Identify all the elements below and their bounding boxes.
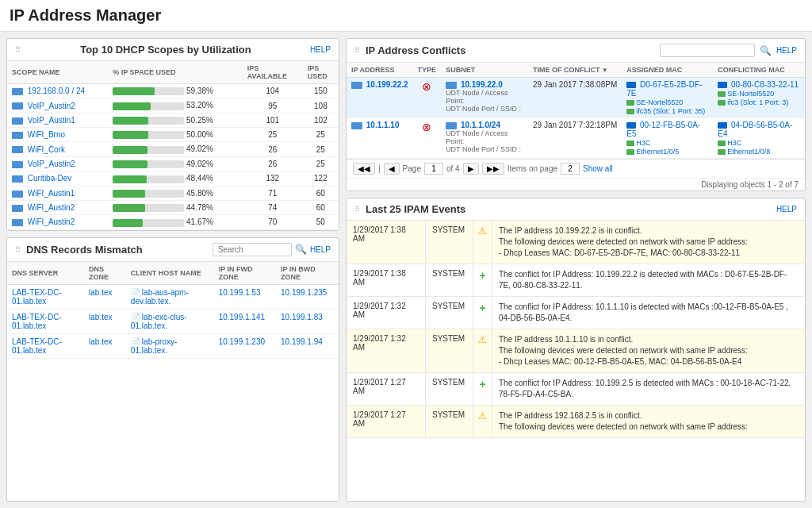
warn-icon: ⚠ bbox=[478, 334, 487, 345]
table-row: VoIP_Austin2 53.20% 95 108 bbox=[7, 98, 339, 113]
table-row: WiFI_Brno 50.00% 25 25 bbox=[7, 128, 339, 142]
conflict-device-2[interactable]: ifc3 (Slot: 1 Port: 3) bbox=[727, 98, 788, 106]
scope-name-link[interactable]: WiFI_Brno bbox=[28, 130, 65, 139]
event-time: 1/29/2017 1:32 AM bbox=[347, 297, 426, 329]
event-icon-col: ⚠ bbox=[473, 406, 492, 437]
dns-panel: ⠿ DNS Records Mismatch 🔍 HELP DNS SERVER… bbox=[6, 237, 339, 502]
dns-bwd-cell: 10.199.1.94 bbox=[276, 333, 339, 358]
conflict-search-icon[interactable]: 🔍 bbox=[760, 45, 772, 56]
assigned-device-2[interactable]: ifc35 (Slot: 1 Port: 35) bbox=[636, 107, 705, 115]
page-input[interactable] bbox=[424, 163, 443, 175]
warn-icon: ⚠ bbox=[478, 410, 487, 421]
next-page-btn[interactable]: ▶ bbox=[463, 163, 479, 175]
event-icon-col: + bbox=[473, 264, 492, 296]
scope-name-cell: WiFI_Brno bbox=[7, 128, 108, 142]
table-row: WiFI_Austin1 45.80% 71 60 bbox=[7, 186, 339, 200]
table-row: WiFI_Austin2 41.67% 70 50 bbox=[7, 215, 339, 229]
list-item: 1/29/2017 1:32 AM SYSTEM + The conflict … bbox=[347, 297, 805, 329]
conflict-device-2[interactable]: Ethernet1/0/8 bbox=[727, 148, 770, 156]
scope-avail-cell: 74 bbox=[243, 200, 303, 214]
last-page-btn[interactable]: ▶▶ bbox=[482, 163, 504, 175]
subnet-link[interactable]: 10.1.1.0/24 bbox=[461, 121, 500, 129]
scope-pct-cell: 41.67% bbox=[108, 215, 243, 229]
scope-name-cell: WiFI_Austin2 bbox=[7, 215, 108, 229]
dhcp-col-avail: IPSAVAILABLE bbox=[243, 61, 303, 84]
page-label: Page bbox=[403, 164, 421, 173]
assigned-device-1[interactable]: H3C bbox=[636, 139, 650, 147]
dns-col-fwd: IP IN FWD ZONE bbox=[214, 262, 276, 285]
conflict-time-cell: 29 Jan 2017 7:32:18PM bbox=[528, 118, 622, 159]
dns-table: DNS SERVER DNS ZONE CLIENT HOST NAME IP … bbox=[7, 262, 339, 359]
conflict-device-1[interactable]: H3C bbox=[727, 139, 741, 147]
table-row: Curitiba-Dev 48.44% 132 122 bbox=[7, 171, 339, 186]
plus-icon: + bbox=[479, 378, 485, 391]
events-panel-header: ⠿ Last 25 IPAM Events HELP bbox=[347, 198, 805, 221]
scope-name-link[interactable]: 192.168.0.0 / 24 bbox=[28, 87, 85, 95]
event-time: 1/29/2017 1:32 AM bbox=[347, 329, 426, 372]
conflict-device-1[interactable]: SE-Nortel5520 bbox=[727, 90, 774, 98]
show-all-link[interactable]: Show all bbox=[583, 164, 613, 173]
scope-pct-cell: 44.78% bbox=[108, 200, 243, 214]
plus-icon: + bbox=[479, 269, 485, 282]
conflict-col-assigned-mac: ASSIGNED MAC bbox=[622, 63, 713, 78]
table-row: LAB-TEX-DC-01.lab.tex lab.tex 📄lab-proxy… bbox=[7, 333, 339, 358]
event-system: SYSTEM bbox=[426, 297, 473, 329]
ip-address-link[interactable]: 10.199.22.2 bbox=[366, 80, 408, 89]
scope-name-link[interactable]: WiFI_Austin2 bbox=[28, 203, 75, 212]
scope-pct-cell: 53.20% bbox=[108, 98, 243, 113]
scope-used-cell: 25 bbox=[303, 142, 339, 156]
scope-name-link[interactable]: VoIP_Austin2 bbox=[28, 102, 75, 110]
assigned-mac-link[interactable]: 00-12-FB-B5-0A-E5 bbox=[626, 121, 700, 138]
event-message: The conflict for IP Address: 10.199.22.2… bbox=[492, 264, 805, 296]
events-help-btn[interactable]: HELP bbox=[776, 205, 797, 214]
conflict-help-btn[interactable]: HELP bbox=[776, 46, 797, 55]
conflict-search-input[interactable] bbox=[660, 44, 755, 57]
conflicting-mac-link[interactable]: 04-DB-56-B5-0A-E4 bbox=[718, 121, 792, 138]
event-system: SYSTEM bbox=[426, 373, 473, 405]
conflicting-mac-link[interactable]: 00-80-C8-33-22-11 bbox=[731, 80, 799, 89]
conflict-ip-cell: 10.1.1.10 bbox=[347, 118, 413, 159]
event-message: The IP address 10.199.22.2 is in conflic… bbox=[492, 221, 754, 264]
table-row: LAB-TEX-DC-01.lab.tex lab.tex 📄lab-exc-c… bbox=[7, 309, 339, 333]
scope-name-link[interactable]: WiFI_Austin2 bbox=[28, 217, 75, 226]
scope-name-link[interactable]: VoIP_Austin2 bbox=[28, 160, 75, 168]
dhcp-help-btn[interactable]: HELP bbox=[310, 45, 331, 54]
dns-search-area: 🔍 HELP bbox=[213, 243, 331, 256]
event-time: 1/29/2017 1:27 AM bbox=[347, 406, 426, 437]
conflict-col-type: TYPE bbox=[413, 63, 442, 78]
ip-address-link[interactable]: 10.1.1.10 bbox=[366, 121, 400, 129]
scope-name-link[interactable]: Curitiba-Dev bbox=[28, 174, 72, 183]
dns-fwd-cell: 10.199.1.141 bbox=[214, 309, 276, 333]
conflict-conflicting-mac-cell: 04-DB-56-B5-0A-E4 H3C Ethernet1/0/8 bbox=[713, 118, 805, 159]
scope-name-link[interactable]: WiFI_Austin1 bbox=[28, 189, 75, 198]
table-row: VoIP_Austin1 50.25% 101 102 bbox=[7, 113, 339, 127]
dns-bwd-cell: 10.199.1.83 bbox=[276, 309, 339, 333]
scope-name-link[interactable]: VoIP_Austin1 bbox=[28, 116, 75, 125]
scope-pct-cell: 45.80% bbox=[108, 186, 243, 200]
first-page-btn[interactable]: ◀◀ bbox=[353, 163, 375, 175]
event-system: SYSTEM bbox=[426, 221, 473, 264]
event-time: 1/29/2017 1:38 AM bbox=[347, 221, 426, 264]
event-system: SYSTEM bbox=[426, 329, 473, 372]
dns-search-input[interactable] bbox=[213, 243, 292, 256]
dns-panel-title: DNS Records Mismatch bbox=[26, 244, 143, 256]
dns-server-cell: LAB-TEX-DC-01.lab.tex bbox=[7, 333, 84, 358]
scope-name-cell: WiFI_Cork bbox=[7, 142, 108, 156]
subnet-link[interactable]: 10.199.22.0 bbox=[461, 80, 503, 89]
dns-bwd-cell: 10.199.1.235 bbox=[276, 284, 339, 309]
dns-search-icon[interactable]: 🔍 bbox=[295, 244, 307, 255]
list-item: 1/29/2017 1:38 AM SYSTEM ⚠ The IP addres… bbox=[347, 221, 805, 264]
conflict-subnet-cell: 10.1.1.0/24 UDT Node / Access Point: UDT… bbox=[441, 118, 528, 159]
conflict-col-conflict-mac: CONFLICTING MAC bbox=[713, 63, 805, 78]
assigned-device-2[interactable]: Ethernet1/0/5 bbox=[636, 148, 679, 156]
dns-fwd-cell: 10.199.1.53 bbox=[214, 284, 276, 309]
assigned-mac-link[interactable]: D0-67-E5-2B-DF-7E bbox=[626, 80, 702, 98]
dns-help-btn[interactable]: HELP bbox=[310, 245, 331, 254]
scope-avail-cell: 101 bbox=[243, 113, 303, 127]
assigned-device-1[interactable]: SE-Nortel5520 bbox=[636, 98, 683, 106]
conflict-ip-cell: 10.199.22.2 bbox=[347, 78, 413, 118]
items-per-page-input[interactable] bbox=[561, 163, 580, 175]
dns-col-zone: DNS ZONE bbox=[84, 262, 126, 285]
scope-name-link[interactable]: WiFI_Cork bbox=[28, 145, 65, 154]
prev-page-btn[interactable]: ◀ bbox=[384, 163, 400, 175]
